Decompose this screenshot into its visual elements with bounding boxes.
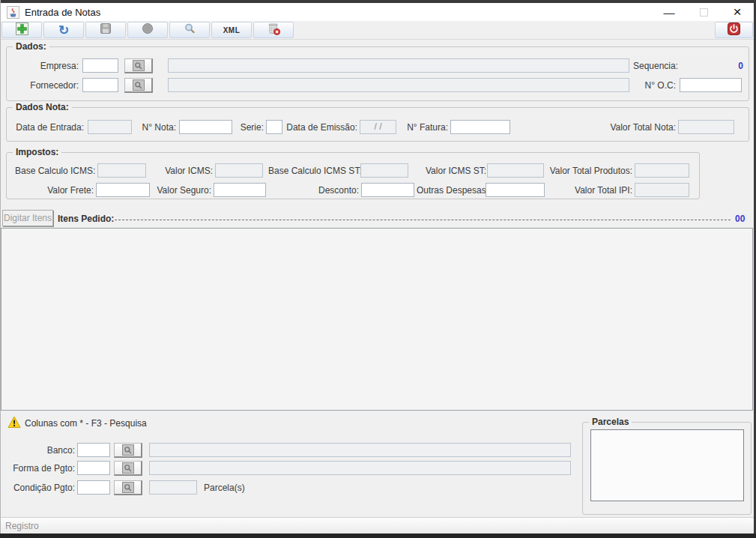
parcelas-suffix-label: Parcela(s) bbox=[204, 483, 245, 493]
new-record-button[interactable] bbox=[1, 22, 42, 38]
xml-button-label: XML bbox=[223, 26, 241, 34]
forma-pgto-name-field bbox=[149, 461, 571, 475]
close-icon: × bbox=[733, 4, 741, 20]
sequencia-value: 0 bbox=[716, 61, 743, 71]
data-entrada-label: Data de Entrada: bbox=[12, 122, 84, 133]
base-icms-label: Base Calculo ICMS: bbox=[15, 166, 95, 176]
plus-icon bbox=[16, 22, 28, 38]
oc-input[interactable] bbox=[680, 78, 742, 92]
valor-total-nota-label: Valor Total Nota: bbox=[605, 122, 676, 133]
save-button[interactable] bbox=[85, 22, 126, 38]
window-border-bottom bbox=[0, 534, 756, 538]
serie-label: Serie: bbox=[238, 122, 264, 133]
minimize-button[interactable]: — bbox=[654, 3, 684, 21]
valor-frete-input[interactable] bbox=[96, 183, 150, 197]
dados-nota-group-legend: Dados Nota: bbox=[13, 102, 72, 112]
itens-divider-line bbox=[115, 220, 731, 220]
forma-pgto-label: Forma de Pgto: bbox=[9, 463, 75, 474]
java-app-icon bbox=[7, 6, 19, 19]
status-bar: Registro bbox=[1, 517, 754, 534]
valor-total-nota-field bbox=[678, 120, 734, 134]
dados-group: Dados: bbox=[6, 46, 749, 101]
exit-button[interactable] bbox=[715, 22, 753, 38]
num-fatura-label: N° Fatura: bbox=[403, 122, 448, 133]
itens-grid[interactable] bbox=[1, 228, 753, 411]
parcelas-count-field bbox=[149, 480, 197, 495]
serie-input[interactable] bbox=[266, 120, 282, 134]
impostos-group-legend: Impostos: bbox=[13, 147, 61, 157]
valor-icms-st-label: Valor ICMS ST: bbox=[426, 166, 485, 176]
banco-label: Banco: bbox=[21, 445, 75, 456]
search-icon bbox=[184, 22, 196, 38]
itens-pedido-label: Itens Pedido: bbox=[58, 214, 114, 224]
outras-despesas-input[interactable] bbox=[486, 183, 545, 197]
valor-icms-st-field bbox=[487, 163, 544, 178]
save-icon bbox=[100, 22, 112, 37]
empresa-search-icon bbox=[133, 60, 145, 71]
desconto-label: Desconto: bbox=[318, 185, 359, 196]
base-icms-field bbox=[97, 163, 146, 178]
forma-pgto-search-button[interactable] bbox=[114, 461, 142, 476]
fornecedor-label: Fornecedor: bbox=[10, 80, 79, 91]
total-ipi-field bbox=[635, 183, 689, 197]
parcelas-group: Parcelas bbox=[582, 422, 752, 515]
banco-name-field bbox=[149, 443, 571, 457]
condicao-pgto-search-button[interactable] bbox=[114, 480, 142, 495]
oc-label: N° O.C: bbox=[633, 80, 676, 91]
data-entrada-field bbox=[88, 120, 132, 134]
condicao-pgto-search-icon bbox=[122, 482, 134, 493]
window-title: Entrada de Notas bbox=[25, 7, 100, 18]
data-emissao-field[interactable]: / / bbox=[360, 120, 396, 134]
fornecedor-search-button[interactable] bbox=[124, 78, 153, 93]
parcelas-group-legend: Parcelas bbox=[589, 417, 632, 427]
status-text: Registro bbox=[5, 521, 39, 531]
condicao-pgto-label: Condição Pgto: bbox=[6, 483, 75, 493]
cancel-button[interactable] bbox=[127, 22, 168, 38]
minimize-icon: — bbox=[664, 6, 675, 19]
parcelas-list[interactable] bbox=[590, 429, 744, 501]
refresh-button[interactable]: ↻ bbox=[43, 22, 84, 38]
pesquisa-hint: Colunas com * - F3 - Pesquisa bbox=[25, 418, 147, 429]
total-produtos-label: Valor Total Produtos: bbox=[547, 166, 632, 176]
xml-button[interactable]: XML bbox=[211, 22, 252, 38]
valor-seguro-input[interactable] bbox=[214, 183, 266, 197]
delete-button[interactable] bbox=[253, 22, 294, 38]
forma-pgto-code-input[interactable] bbox=[77, 461, 110, 475]
itens-count: 00 bbox=[735, 214, 745, 224]
empresa-code-input[interactable] bbox=[82, 58, 118, 73]
maximize-button[interactable] bbox=[689, 3, 719, 21]
num-fatura-input[interactable] bbox=[450, 120, 510, 134]
num-nota-input[interactable] bbox=[179, 120, 232, 134]
digitar-itens-button[interactable]: Digitar Itens bbox=[2, 210, 53, 226]
condicao-pgto-code-input[interactable] bbox=[77, 480, 110, 495]
outras-despesas-label: Outras Despesas: bbox=[417, 185, 483, 196]
valor-frete-label: Valor Frete: bbox=[45, 185, 94, 196]
valor-icms-label: Valor ICMS: bbox=[165, 166, 213, 176]
banco-code-input[interactable] bbox=[77, 443, 110, 457]
close-button[interactable]: × bbox=[722, 3, 753, 21]
power-icon bbox=[728, 22, 740, 38]
refresh-icon: ↻ bbox=[58, 24, 69, 37]
digitar-itens-label: Digitar Itens bbox=[4, 213, 52, 223]
circle-icon bbox=[142, 22, 154, 37]
empresa-name-field bbox=[168, 58, 629, 73]
fornecedor-search-icon bbox=[133, 79, 145, 91]
base-icms-st-label: Base Calculo ICMS ST: bbox=[268, 166, 358, 176]
banco-search-icon bbox=[122, 444, 134, 456]
warning-icon bbox=[7, 416, 21, 432]
desconto-input[interactable] bbox=[361, 183, 414, 197]
trash-delete-icon bbox=[267, 22, 281, 38]
banco-search-button[interactable] bbox=[114, 443, 142, 458]
empresa-search-button[interactable] bbox=[124, 58, 153, 73]
empresa-label: Empresa: bbox=[15, 61, 79, 71]
valor-seguro-label: Valor Seguro: bbox=[154, 185, 211, 196]
total-ipi-label: Valor Total IPI: bbox=[572, 185, 632, 196]
maximize-icon bbox=[700, 8, 708, 16]
toolbar: ↻ bbox=[1, 21, 754, 40]
base-icms-st-field bbox=[360, 163, 408, 178]
fornecedor-code-input[interactable] bbox=[82, 78, 118, 92]
search-toolbar-button[interactable] bbox=[169, 22, 210, 38]
valor-icms-field bbox=[215, 163, 263, 178]
total-produtos-field bbox=[635, 163, 689, 178]
fornecedor-name-field bbox=[168, 78, 629, 92]
